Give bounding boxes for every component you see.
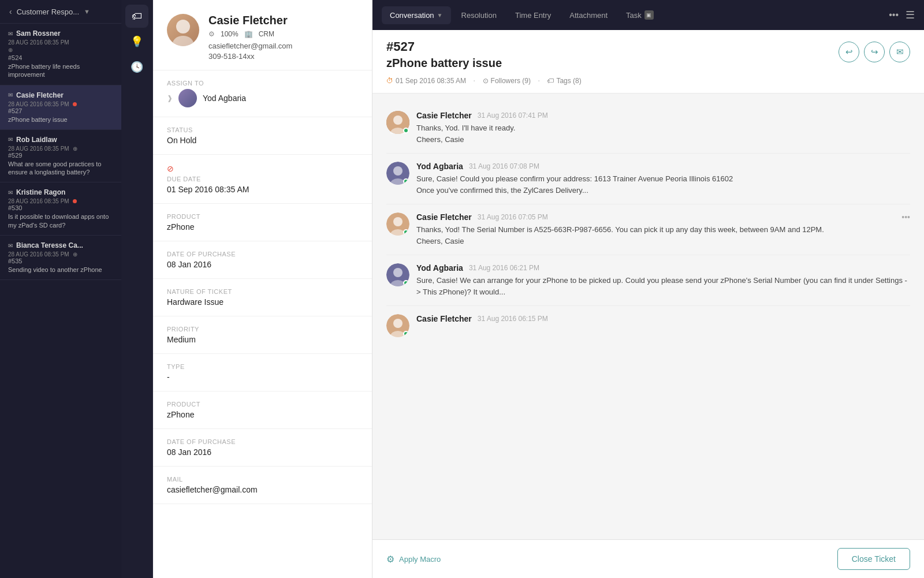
avatar (167, 14, 199, 46)
avatar (386, 212, 409, 236)
icon-bar: 🏷 💡 🕓 (121, 0, 153, 578)
list-item[interactable]: ✉ Kristine Ragon 28 AUG 2016 08:35 PM #5… (0, 182, 121, 236)
more-options-btn[interactable]: ••• (901, 212, 910, 222)
bulb-icon-btn[interactable]: 💡 (125, 30, 148, 53)
avatar (386, 314, 409, 337)
tab-resolution[interactable]: Resolution (453, 6, 505, 24)
tag-icon-btn[interactable]: 🏷 (125, 5, 148, 28)
svg-point-0 (176, 20, 190, 33)
product-label: Product (167, 213, 358, 220)
sidebar-title: Customer Respo... (17, 8, 79, 16)
ticket-list: ✉ Sam Rossner 28 AUG 2016 08:35 PM ⊕ #52… (0, 24, 121, 578)
chevron-icon: ❱ (167, 94, 173, 102)
msg-sender-name: Casie Fletcher (416, 111, 472, 120)
online-indicator (403, 280, 409, 286)
ticket-subject: Is it possible to download apps onto my … (8, 212, 113, 229)
list-item[interactable]: ✉ Casie Fletcher 28 AUG 2016 08:35 PM #5… (0, 85, 121, 130)
footer-bar: ⚙ Apply Macro Close Ticket (372, 539, 924, 578)
type-section: Type - (153, 354, 372, 391)
date-purchase2-section: Date of Purchase 08 Jan 2016 (153, 429, 372, 467)
apply-macro-button[interactable]: ⚙ Apply Macro (386, 554, 441, 565)
product2-value: zPhone (167, 410, 358, 419)
ticket-num: #524 (8, 54, 113, 61)
apply-macro-label: Apply Macro (399, 555, 441, 564)
filter-icon: ⊕ (73, 251, 77, 258)
list-item[interactable]: ✉ Sam Rossner 28 AUG 2016 08:35 PM ⊕ #52… (0, 24, 121, 85)
close-ticket-label: Close Ticket (852, 554, 896, 564)
ticket-date-meta: ⏱ 01 Sep 2016 08:35 AM (386, 77, 466, 85)
message-content: Casie Fletcher 31 Aug 2016 07:05 PM ••• … (416, 212, 910, 247)
status-label: Status (167, 126, 358, 133)
task-badge-icon: ▣ (644, 10, 654, 20)
email-icon: ✉ (8, 189, 13, 196)
assign-avatar (178, 89, 197, 107)
clock-icon: ⏱ (386, 77, 393, 85)
ticket-num: #529 (8, 152, 113, 159)
ticket-date: 28 AUG 2016 08:35 PM (8, 39, 113, 46)
status-section: Status On Hold (153, 117, 372, 155)
hamburger-icon[interactable]: ☰ (906, 9, 915, 21)
product-section: Product zPhone (153, 204, 372, 241)
email-icon: ✉ (8, 31, 13, 37)
message-row: Yod Agbaria 31 Aug 2016 06:21 PM Sure, C… (386, 255, 910, 306)
contact-email: casiefletcher@gmail.com (208, 42, 358, 50)
nature-section: Nature of Ticket Hardware Issue (153, 279, 372, 316)
note-icon-btn[interactable]: ✉ (889, 42, 910, 62)
email-icon: ✉ (8, 243, 13, 249)
sidebar-header[interactable]: ‹ Customer Respo... ▼ (0, 0, 121, 24)
tab-time-entry-label: Time Entry (515, 11, 551, 20)
main-content: Conversation ▼ Resolution Time Entry Att… (372, 0, 924, 578)
tab-attachment[interactable]: Attachment (561, 6, 616, 24)
priority-value: Medium (167, 335, 358, 344)
ticket-subject: Sending video to another zPhone (8, 266, 113, 274)
list-item[interactable]: ✉ Bianca Teresse Ca... 28 AUG 2016 08:35… (0, 236, 121, 280)
online-indicator (403, 128, 409, 133)
msg-timestamp: 31 Aug 2016 07:08 PM (469, 162, 539, 170)
type-label: Type (167, 363, 358, 370)
avatar (386, 162, 409, 185)
message-content: Casie Fletcher 31 Aug 2016 06:15 PM (416, 314, 910, 326)
status-value: On Hold (167, 136, 358, 145)
tab-conversation[interactable]: Conversation ▼ (382, 6, 451, 24)
contact-badges: ⚙ 100% 🏢 CRM (208, 30, 358, 38)
message-row: Casie Fletcher 31 Aug 2016 07:05 PM ••• … (386, 204, 910, 255)
more-options-icon[interactable]: ••• (889, 10, 899, 20)
date-purchase-label: Date of Purchase (167, 251, 358, 258)
back-icon[interactable]: ‹ (9, 7, 12, 16)
filter-icon: ⊕ (8, 47, 113, 53)
online-indicator (403, 229, 409, 235)
product2-label: Product (167, 401, 358, 408)
history-icon-btn[interactable]: 🕓 (125, 55, 148, 79)
tab-dropdown-icon[interactable]: ▼ (437, 12, 443, 18)
alert-icon: ⊘ (167, 164, 174, 173)
followers-icon: ⊙ (483, 77, 489, 85)
close-ticket-button[interactable]: Close Ticket (837, 548, 910, 570)
contact-header: Casie Fletcher ⚙ 100% 🏢 CRM casiefletche… (153, 0, 372, 70)
priority-section: Priority Medium (153, 316, 372, 354)
ticket-num: #527 (8, 107, 113, 114)
message-row: Yod Agbaria 31 Aug 2016 07:08 PM Sure, C… (386, 154, 910, 204)
tab-resolution-label: Resolution (461, 11, 497, 20)
alert-dot (73, 102, 77, 106)
svg-point-1 (173, 36, 193, 46)
tab-time-entry[interactable]: Time Entry (507, 6, 559, 24)
svg-point-15 (393, 319, 403, 328)
ticket-date: 28 AUG 2016 08:35 PM (8, 251, 69, 258)
tab-task-label: Task (626, 11, 642, 20)
mail-label: Mail (167, 476, 358, 483)
nature-label: Nature of Ticket (167, 288, 358, 295)
date-purchase-section: Date of Purchase 08 Jan 2016 (153, 241, 372, 279)
email-icon: ✉ (8, 92, 13, 98)
dropdown-icon[interactable]: ▼ (84, 8, 90, 15)
filter-icon: ⊕ (73, 146, 77, 152)
percent-icon: ⚙ (208, 30, 215, 38)
avatar (386, 111, 409, 134)
tab-task[interactable]: Task ▣ (618, 6, 662, 24)
forward-icon-btn[interactable]: ↪ (864, 42, 885, 62)
reply-icon-btn[interactable]: ↩ (839, 42, 859, 62)
contact-panel: Casie Fletcher ⚙ 100% 🏢 CRM casiefletche… (153, 0, 372, 578)
date-purchase2-label: Date of Purchase (167, 438, 358, 445)
macro-icon: ⚙ (386, 554, 394, 565)
assign-value: Yod Agbaria (203, 94, 246, 103)
list-item[interactable]: ✉ Rob Laidlaw 28 AUG 2016 08:35 PM ⊕ #52… (0, 130, 121, 183)
